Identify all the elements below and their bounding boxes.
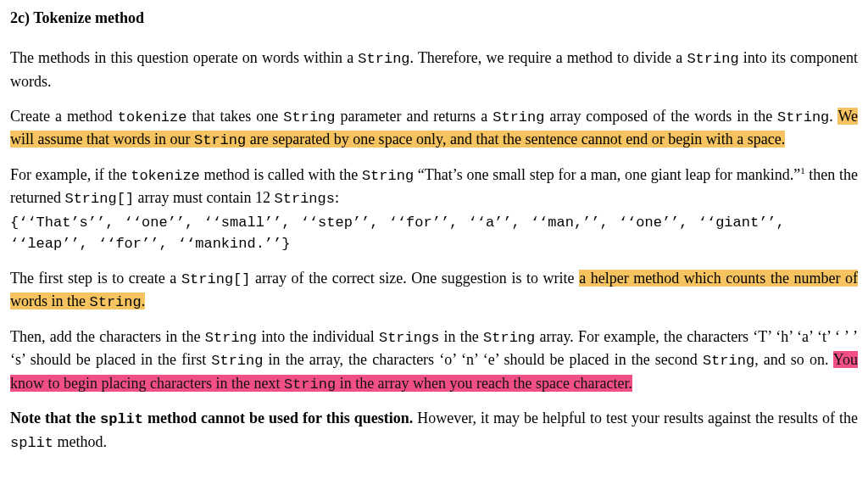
- code-strings: Strings: [275, 191, 335, 207]
- text: in the array, the characters ‘o’ ‘n’ ‘e’…: [263, 351, 702, 368]
- code-string: String: [492, 109, 544, 125]
- text: in the: [439, 328, 483, 345]
- paragraph-note: Note that the split method cannot be use…: [10, 407, 858, 454]
- text: in the array when you reach the space ch…: [336, 375, 632, 392]
- paragraph-example: For example, if the tokenize method is c…: [10, 164, 858, 210]
- text: method.: [53, 433, 107, 450]
- code-split: split: [100, 411, 143, 427]
- text: array composed of the words in the: [544, 108, 777, 125]
- code-string: String: [483, 330, 535, 346]
- code-string: String: [194, 132, 246, 148]
- paragraph-add-characters: Then, add the characters in the String i…: [10, 326, 858, 396]
- text: The first step is to create a: [10, 270, 181, 287]
- section-heading: 2c) Tokenize method: [10, 7, 858, 30]
- text: The methods in this question operate on …: [10, 49, 358, 66]
- text: .: [829, 108, 837, 125]
- text: , and so on.: [754, 351, 833, 368]
- code-strings: Strings: [379, 330, 439, 346]
- text: method is called with the: [200, 166, 362, 183]
- code-string: String: [777, 109, 829, 125]
- text: into the individual: [257, 328, 379, 345]
- code-string: String: [211, 353, 263, 369]
- text: parameter and returns a: [336, 108, 493, 125]
- text: Create a method: [10, 108, 118, 125]
- note-bold: Note that the split method cannot be use…: [10, 410, 413, 426]
- code-string: String: [205, 330, 257, 346]
- paragraph-intro: The methods in this question operate on …: [10, 47, 858, 93]
- code-string: String: [362, 168, 414, 184]
- example-array-literal: {‘‘That’s’’, ‘‘one’’, ‘‘small’’, ‘‘step’…: [10, 212, 858, 255]
- code-string-array: String[]: [181, 271, 251, 287]
- text: array must contain 12: [134, 189, 274, 206]
- code-tokenize: tokenize: [131, 168, 200, 184]
- paragraph-create-method: Create a method tokenize that takes one …: [10, 105, 858, 152]
- code-string: String: [283, 109, 335, 125]
- code-string: String: [687, 51, 738, 67]
- code-string: String: [703, 353, 754, 369]
- text: array of the correct size. One suggestio…: [251, 270, 580, 287]
- text: . Therefore, we require a method to divi…: [410, 49, 687, 66]
- paragraph-first-step: The first step is to create a String[] a…: [10, 267, 858, 314]
- code-string-array: String[]: [64, 191, 134, 207]
- code-split: split: [10, 435, 53, 451]
- text: Then, add the characters in the: [10, 328, 205, 345]
- text: method cannot be used for this question.: [143, 410, 413, 426]
- text: However, it may be helpful to test your …: [413, 410, 858, 426]
- code-tokenize: tokenize: [118, 109, 187, 125]
- text: .: [142, 293, 146, 309]
- code-string: String: [284, 376, 336, 393]
- text: that takes one: [186, 108, 283, 125]
- code-string: String: [358, 51, 409, 67]
- text: are separated by one space only, and tha…: [246, 131, 785, 148]
- text: For example, if the: [10, 166, 131, 183]
- text: “That’s one small step for a man, one gi…: [414, 166, 800, 183]
- text: Note that the: [10, 410, 100, 426]
- text: :: [335, 189, 339, 206]
- code-string: String: [90, 294, 142, 310]
